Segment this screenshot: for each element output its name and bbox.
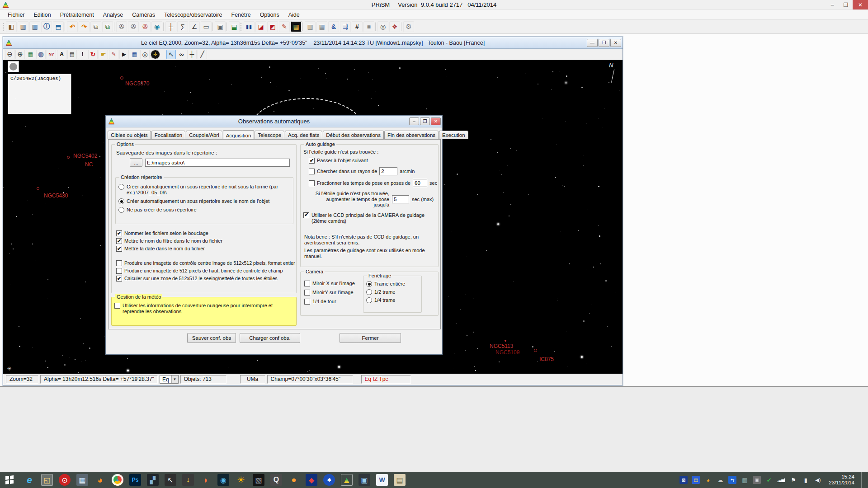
webcam-icon[interactable]: ◎ [377, 21, 388, 32]
windowing-radio[interactable]: 1/4 trame [366, 297, 421, 303]
undo-icon[interactable]: ↶ [67, 21, 78, 32]
guide-scope-icon[interactable]: ◉ [151, 21, 162, 32]
measure-angle-icon[interactable]: ∠ [189, 21, 200, 32]
browse-button[interactable]: ... [130, 158, 142, 167]
find-object-icon[interactable]: ◎ [140, 50, 150, 59]
image-info-icon[interactable]: ⓘ [41, 21, 52, 32]
taskbar-eye-icon[interactable]: ◉ [217, 474, 229, 486]
windowing-radio[interactable]: Trame entière [366, 281, 421, 287]
crosshair-icon[interactable]: ┼ [165, 21, 176, 32]
taskbar-design-tool-icon[interactable]: ↖ [165, 474, 176, 486]
taskbar-clock[interactable]: 15:24 23/11/2014 [826, 474, 857, 486]
annotate-icon[interactable]: A [57, 50, 66, 59]
import-image-icon[interactable]: ⧉ [102, 21, 113, 32]
target-scope-icon[interactable]: ✛ [151, 50, 160, 59]
close-button[interactable]: ✕ [853, 0, 868, 9]
show-desktop-button[interactable] [861, 472, 864, 488]
dialog-tab[interactable]: Cibles ou objets [108, 131, 151, 139]
zoom-in-icon[interactable]: ⊕ [15, 50, 25, 59]
script-editor-icon[interactable]: & [328, 21, 339, 32]
camera-checkbox[interactable]: 1/4 de tour [304, 299, 355, 305]
levels-icon[interactable]: ◪ [255, 21, 266, 32]
coordinate-system-select[interactable]: Eq ▼ [160, 375, 179, 384]
taskbar-security-lock-icon[interactable]: ✱ [323, 474, 335, 486]
animate-icon[interactable]: ▶ [119, 50, 129, 59]
file-naming-checkbox[interactable]: Mettre la date dans le nom du fichier [116, 246, 222, 252]
photometry-icon[interactable]: ✇ [116, 21, 127, 32]
blank-frame-icon[interactable]: ■ [363, 21, 374, 32]
taskbar-word-icon[interactable]: W [376, 474, 388, 486]
save-config-button[interactable]: Sauver conf. obs [187, 333, 236, 343]
sum-frames-icon[interactable]: ∑ [177, 21, 188, 32]
menu-item[interactable]: Options [256, 11, 283, 19]
pass-next-object-checkbox[interactable]: Passer à l'objet suivant [309, 158, 438, 164]
dialog-tab[interactable]: Execution [439, 131, 468, 139]
menu-item[interactable]: Analyse [99, 11, 127, 19]
dialog-tab[interactable]: Acq. des flats [285, 131, 322, 139]
window-view-icon[interactable]: ▣ [215, 21, 226, 32]
rotate-field-icon[interactable]: ↻ [88, 50, 98, 59]
tray-usb-icon[interactable]: ✔ [765, 476, 773, 484]
toolbar-separator[interactable] [226, 22, 228, 31]
tray-dock-icon[interactable]: ▣ [753, 476, 761, 484]
pen-edit-icon[interactable]: ✎ [279, 21, 290, 32]
batch-process-icon[interactable]: ⇶ [340, 21, 351, 32]
dialog-tab[interactable]: Acquisition [223, 130, 255, 140]
taskbar-magnifier-icon[interactable]: Q [270, 474, 282, 486]
toolbar-separator[interactable] [401, 22, 402, 31]
video-capture-icon[interactable]: ▦ [291, 21, 302, 32]
menu-item[interactable]: Fichier [4, 11, 29, 19]
draw-tool-icon[interactable]: ✎ [109, 50, 118, 59]
minimize-button[interactable]: – [826, 0, 839, 9]
binoculars-icon[interactable]: ∞ [177, 50, 186, 59]
toolbar-separator[interactable] [161, 50, 165, 59]
dialog-tab[interactable]: Début des observations [323, 131, 384, 139]
tray-lock-icon[interactable]: ⊠ [679, 476, 688, 484]
taskbar-media-orange-icon[interactable]: ◗ [200, 474, 212, 486]
camera-checkbox[interactable]: Miroir X sur l'image [304, 281, 355, 286]
tray-card-icon[interactable]: ▤ [692, 476, 700, 484]
taskbar-ie-icon[interactable]: e [24, 474, 35, 486]
display-options-icon[interactable]: ▦ [26, 50, 35, 59]
sky-close-button[interactable]: ✕ [610, 39, 621, 47]
dialog-close-button[interactable]: ✕ [431, 117, 441, 125]
focus-tool-icon[interactable]: ❖ [389, 21, 400, 32]
toolbar-separator[interactable] [114, 22, 115, 31]
search-radius-checkbox[interactable]: Chercher dans un rayon de arcmin [309, 167, 438, 175]
toolbar-grip[interactable] [241, 22, 243, 31]
pointer-hand-icon[interactable]: ☛ [99, 50, 108, 59]
menu-item[interactable]: Aide [284, 11, 304, 19]
split-exposure-field[interactable] [413, 179, 427, 187]
dialog-tab[interactable]: Coupole/Abri [186, 131, 222, 139]
measure-ruler-icon[interactable]: ╱ [198, 50, 207, 59]
save-path-field[interactable] [145, 159, 290, 167]
menu-item[interactable]: Edition [30, 11, 55, 19]
select-region-icon[interactable]: ▭ [201, 21, 212, 32]
grid-compute-icon[interactable]: # [352, 21, 363, 32]
print-icon[interactable]: ▤ [67, 50, 77, 59]
split-exposure-checkbox[interactable]: Fractionner les temps de pose en poses d… [309, 179, 438, 187]
taskbar-media-blue-icon[interactable]: ◆ [306, 474, 317, 486]
taskbar-calculator-icon[interactable]: ▦ [76, 474, 88, 486]
taskbar-chrome-icon[interactable]: ● [112, 474, 123, 486]
menu-item[interactable]: Telescope/observatoire [160, 11, 226, 19]
data-table-icon[interactable]: ▦ [130, 50, 139, 59]
augment-exposure-field[interactable] [392, 195, 409, 203]
file-naming-checkbox[interactable]: Mettre le nom du filtre dans le nom du f… [116, 238, 222, 244]
settings-gear-icon[interactable]: ⚙ [403, 21, 414, 32]
dialog-minimize-button[interactable]: – [409, 117, 419, 125]
catalog-ngc-icon[interactable]: N? [47, 50, 56, 59]
taskbar-prism-icon[interactable]: ▲ [341, 474, 353, 486]
ephemeris-icon[interactable]: ! [78, 50, 87, 59]
menu-item[interactable]: Prétraitement [56, 11, 98, 19]
load-config-button[interactable]: Charger conf obs. [240, 333, 300, 343]
center-cross-icon[interactable]: ┼ [187, 50, 197, 59]
taskbar-photo-viewer-icon[interactable]: ▞ [147, 474, 159, 486]
acquire-image-icon[interactable]: ◧ [6, 21, 17, 32]
calibration-icon[interactable]: ✇ [140, 21, 151, 32]
save-image-icon[interactable]: ▥ [18, 21, 28, 32]
tray-cloud-warning-icon[interactable]: ☁ [716, 476, 724, 484]
imagette-checkbox[interactable]: Produire une imagette de 512 pixels de h… [116, 268, 295, 274]
maximize-button[interactable]: ❐ [839, 0, 853, 9]
meteo-checkbox[interactable]: Utiliser les informations de couverture … [114, 303, 296, 314]
